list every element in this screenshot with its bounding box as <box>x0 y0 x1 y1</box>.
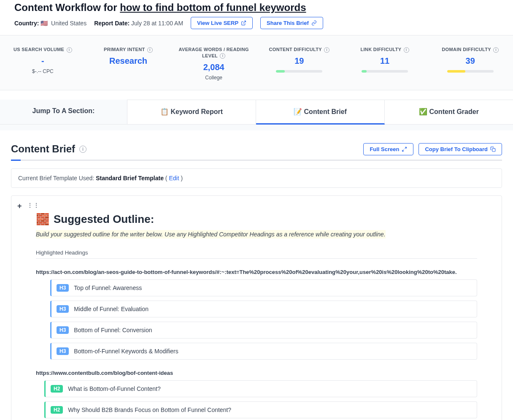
info-icon[interactable]: i <box>67 47 72 53</box>
outline-heading-text: Suggested Outline: <box>54 213 154 226</box>
drag-handle-icon[interactable]: ⋮⋮ <box>27 202 40 211</box>
view-serp-label: View Live SERP <box>197 20 238 26</box>
stat-value: Research <box>90 56 167 66</box>
heading-text: Middle of Funnel: Evaluation <box>74 306 148 312</box>
tab-content-brief[interactable]: 📝 Content Brief <box>256 100 385 125</box>
stat-label: LINK DIFFICULTY <box>360 47 401 52</box>
stat-link-difficulty: LINK DIFFICULTY i 11 <box>342 46 428 81</box>
stats-bar: US SEARCH VOLUME i - $-.-- CPC PRIMARY I… <box>0 35 513 90</box>
stat-volume: US SEARCH VOLUME i - $-.-- CPC <box>0 46 86 81</box>
info-icon[interactable]: i <box>324 47 329 53</box>
view-serp-button[interactable]: View Live SERP <box>191 17 253 29</box>
info-icon[interactable]: i <box>79 146 86 153</box>
stat-label: AVERAGE WORDS / READING LEVEL <box>179 47 249 58</box>
info-icon[interactable]: i <box>220 53 225 59</box>
heading-item[interactable]: H3Top of Funnel: Awareness <box>50 279 477 296</box>
date-value: July 28 at 11:00 AM <box>131 20 183 27</box>
difficulty-bar <box>276 70 322 73</box>
full-screen-button[interactable]: Full Screen <box>363 143 413 155</box>
template-row: Current Brief Template Used: Standard Br… <box>11 168 502 188</box>
stat-words: AVERAGE WORDS / READING LEVEL i 2,084 Co… <box>171 46 256 81</box>
tabs: Jump To A Section: 📋 Keyword Report 📝 Co… <box>0 100 513 125</box>
svg-line-0 <box>243 21 246 24</box>
heading-text: What is Bottom-of-Funnel Content? <box>68 385 160 392</box>
outline-card: + ⋮⋮ 🧱 Suggested Outline: Build your sug… <box>11 195 502 420</box>
heading-item[interactable]: H3Bottom-of-Funnel Keywords & Modifiers <box>50 343 477 360</box>
country: Country: 🇺🇸 United States <box>14 20 86 27</box>
heading-item[interactable]: H2Why Should B2B Brands Focus on Bottom … <box>44 401 477 418</box>
stat-value: 19 <box>261 56 338 66</box>
tabs-label: Jump To A Section: <box>0 100 127 124</box>
heading-item[interactable]: H2What is Bottom-of-Funnel Content? <box>44 380 477 397</box>
country-value: United States <box>51 20 86 27</box>
svg-line-1 <box>405 147 407 149</box>
bar-fill <box>362 70 367 73</box>
country-label: Country: <box>14 20 39 27</box>
section-progress <box>11 160 502 161</box>
stat-value: - <box>4 56 81 66</box>
stat-label: DOMAIN DIFFICULTY <box>442 47 491 52</box>
heading-level-tag: H3 <box>57 284 69 292</box>
section-title-text: Content Brief <box>11 143 75 155</box>
share-brief-label: Share This Brief <box>267 20 309 26</box>
heading-item[interactable]: H3Bottom of Funnel: Conversion <box>50 322 477 339</box>
heading-level-tag: H2 <box>51 385 63 393</box>
copy-brief-button[interactable]: Copy Brief To Clipboard <box>418 143 502 155</box>
stat-label: US SEARCH VOLUME <box>14 47 64 52</box>
outline-hint[interactable]: Build your suggested outline for the wri… <box>36 230 386 238</box>
page-title: Content Workflow for how to find bottom … <box>14 2 499 14</box>
share-brief-button[interactable]: Share This Brief <box>260 17 323 29</box>
copy-brief-label: Copy Brief To Clipboard <box>425 146 488 152</box>
section-title: Content Brief i <box>11 143 86 155</box>
stat-value: 39 <box>432 56 509 66</box>
heading-text: Bottom of Funnel: Conversion <box>74 327 152 333</box>
stat-intent: PRIMARY INTENT i Research <box>86 46 171 81</box>
highlighted-headings-label: Highlighted Headings <box>36 249 477 259</box>
info-icon[interactable]: i <box>493 47 499 53</box>
external-link-icon <box>241 20 246 26</box>
stat-label: PRIMARY INTENT <box>104 47 145 52</box>
report-date: Report Date: July 28 at 11:00 AM <box>94 20 183 27</box>
expand-icon <box>402 146 407 152</box>
heading-text: Top of Funnel: Awareness <box>74 285 142 291</box>
heading-item[interactable]: H3Middle of Funnel: Evaluation <box>50 301 477 317</box>
template-name: Standard Brief Template <box>96 175 164 182</box>
full-screen-label: Full Screen <box>370 146 399 152</box>
edit-template-link[interactable]: Edit <box>169 175 179 182</box>
bar-fill <box>276 70 285 73</box>
page-header: Content Workflow for how to find bottom … <box>0 0 513 35</box>
tab-keyword-report[interactable]: 📋 Keyword Report <box>127 100 256 124</box>
stat-label: CONTENT DIFFICULTY <box>269 47 322 52</box>
info-icon[interactable]: i <box>147 47 153 53</box>
title-keyword[interactable]: how to find bottom of funnel keywords <box>120 2 306 13</box>
outline-heading: 🧱 Suggested Outline: <box>36 213 477 226</box>
stat-value: 2,084 <box>175 62 252 72</box>
stat-content-difficulty: CONTENT DIFFICULTY i 19 <box>256 46 342 81</box>
source-url[interactable]: https://www.contentbulb.com/blog/bof-con… <box>36 370 477 376</box>
copy-icon <box>490 146 496 152</box>
heading-level-tag: H3 <box>57 347 69 355</box>
bar-fill <box>447 70 465 73</box>
heading-level-tag: H3 <box>57 326 69 334</box>
heading-text: Bottom-of-Funnel Keywords & Modifiers <box>74 348 178 355</box>
template-edit-wrap: ( Edit ) <box>165 175 183 182</box>
flag-icon: 🇺🇸 <box>40 20 48 26</box>
difficulty-bar <box>362 70 408 73</box>
svg-line-2 <box>402 149 404 151</box>
stat-domain-difficulty: DOMAIN DIFFICULTY i 39 <box>427 46 513 81</box>
heading-level-tag: H3 <box>57 305 69 313</box>
info-icon[interactable]: i <box>404 47 409 53</box>
content-brief-section: Content Brief i Full Screen Copy Brief T… <box>0 125 513 420</box>
source-url[interactable]: https://act-on.com/blog/an-seos-guide-to… <box>36 269 477 275</box>
template-prefix: Current Brief Template Used: <box>18 175 96 182</box>
date-label: Report Date: <box>94 20 130 27</box>
title-prefix: Content Workflow for <box>14 2 120 13</box>
progress-fill <box>11 160 21 161</box>
meta-row: Country: 🇺🇸 United States Report Date: J… <box>14 17 499 29</box>
heading-level-tag: H2 <box>51 406 63 414</box>
sources-container: https://act-on.com/blog/an-seos-guide-to… <box>36 269 477 418</box>
add-block-button[interactable]: + <box>17 202 22 211</box>
stat-value: 11 <box>346 56 424 66</box>
tab-content-grader[interactable]: ✅ Content Grader <box>385 100 513 124</box>
heading-text: Why Should B2B Brands Focus on Bottom of… <box>68 406 231 413</box>
